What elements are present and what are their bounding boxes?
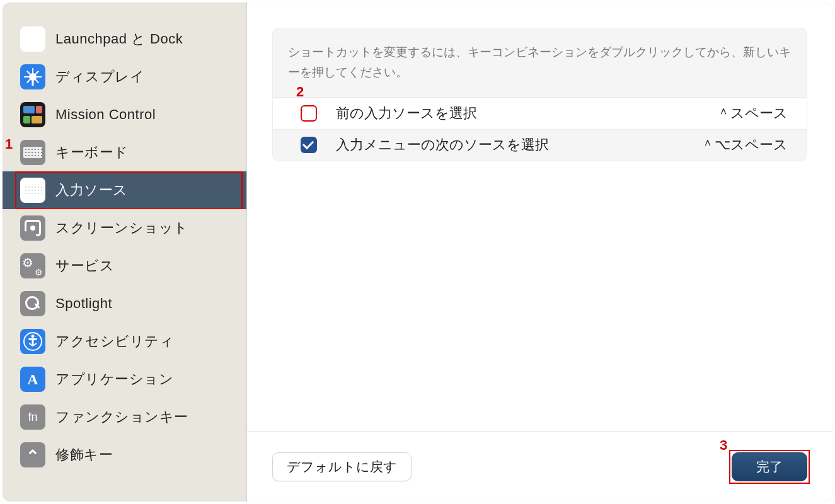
app-store-icon	[20, 367, 45, 392]
sidebar-item-launchpad[interactable]: Launchpad と Dock	[3, 20, 246, 58]
sidebar-item-label: ディスプレイ	[55, 67, 144, 86]
checkbox-checked[interactable]	[301, 137, 317, 153]
sidebar-item-label: Mission Control	[55, 106, 156, 123]
content-body: ショートカットを変更するには、キーコンビネーションをダブルクリックしてから、新し…	[247, 3, 832, 431]
brightness-icon	[20, 64, 45, 89]
sidebar-item-label: サービス	[55, 256, 114, 275]
mission-control-icon	[20, 102, 45, 127]
sidebar-item-label: 修飾キー	[55, 445, 113, 464]
shortcut-row-next-input[interactable]: 入力メニューの次のソースを選択 ＾⌥スペース	[273, 129, 807, 161]
settings-window: Launchpad と Dock ディスプレイ Mission Control …	[3, 3, 832, 501]
sidebar-item-label: ファンクションキー	[55, 408, 188, 427]
shortcut-list: 前の入力ソースを選択 ＾スペース 入力メニューの次のソースを選択 ＾⌥スペース	[272, 98, 807, 161]
sidebar-item-label: Launchpad と Dock	[55, 30, 183, 49]
sidebar-item-accessibility[interactable]: アクセシビリティ	[3, 323, 246, 360]
sidebar-item-app-shortcuts[interactable]: アプリケーション	[3, 360, 246, 398]
sidebar-item-label: Spotlight	[55, 295, 112, 312]
sidebar-item-spotlight[interactable]: Spotlight	[3, 285, 246, 323]
sidebar-item-input-sources[interactable]: 入力ソース	[3, 171, 246, 209]
sidebar-item-label: アプリケーション	[55, 370, 173, 389]
sidebar-item-label: 入力ソース	[55, 181, 128, 200]
keyboard-icon	[20, 178, 45, 203]
help-text: ショートカットを変更するには、キーコンビネーションをダブルクリックしてから、新し…	[272, 28, 807, 98]
sidebar-item-display[interactable]: ディスプレイ	[3, 58, 246, 96]
content-area: ショートカットを変更するには、キーコンビネーションをダブルクリックしてから、新し…	[247, 3, 832, 501]
shortcut-label: 前の入力ソースを選択	[336, 104, 717, 123]
sidebar-item-function-keys[interactable]: fn ファンクションキー	[3, 398, 246, 436]
gears-icon	[20, 253, 45, 278]
keyboard-icon	[20, 140, 45, 165]
done-button[interactable]: 完了	[732, 452, 807, 481]
shortcut-label: 入力メニューの次のソースを選択	[336, 135, 701, 154]
fn-key-icon: fn	[20, 404, 45, 430]
sidebar-item-modifier-keys[interactable]: 修飾キー	[3, 436, 246, 474]
sidebar-item-label: アクセシビリティ	[55, 332, 174, 351]
sidebar-item-services[interactable]: サービス	[3, 247, 246, 285]
sidebar-item-label: キーボード	[55, 143, 129, 162]
launchpad-icon	[20, 26, 45, 52]
sidebar-item-mission-control[interactable]: Mission Control	[3, 96, 246, 134]
restore-defaults-button[interactable]: デフォルトに戻す	[272, 452, 412, 481]
shortcut-keys[interactable]: ＾スペース	[717, 104, 794, 123]
screenshot-icon	[20, 215, 45, 241]
sidebar-item-label: スクリーンショット	[55, 219, 188, 238]
sidebar: Launchpad と Dock ディスプレイ Mission Control …	[3, 3, 247, 501]
checkbox-unchecked[interactable]	[301, 105, 317, 122]
search-icon	[20, 291, 45, 316]
shortcut-keys[interactable]: ＾⌥スペース	[701, 135, 794, 154]
modifier-key-icon	[20, 442, 45, 467]
sidebar-item-keyboard[interactable]: キーボード	[3, 134, 246, 171]
shortcut-row-prev-input[interactable]: 前の入力ソースを選択 ＾スペース	[273, 98, 807, 129]
sidebar-item-screenshots[interactable]: スクリーンショット	[3, 209, 246, 247]
accessibility-icon	[20, 329, 45, 354]
footer: デフォルトに戻す 完了	[247, 431, 832, 501]
